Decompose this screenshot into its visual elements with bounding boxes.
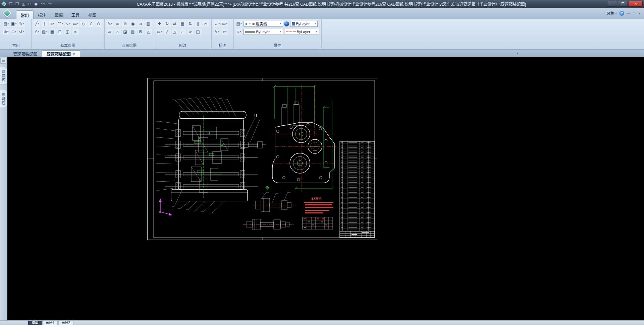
side-view[interactable] bbox=[272, 85, 336, 192]
concentric-circle-tool[interactable]: ⊚ bbox=[122, 20, 129, 27]
hatch-tool[interactable]: ▨▾ bbox=[41, 28, 48, 35]
linetype-select-combo[interactable]: ByLayer ▾ bbox=[244, 29, 283, 35]
dimension-lines[interactable] bbox=[273, 85, 333, 189]
datum-tool[interactable]: ⌖▾ bbox=[221, 28, 228, 35]
circle-tool[interactable]: ○▾ bbox=[49, 20, 56, 27]
minimize-button[interactable]: — bbox=[607, 1, 617, 7]
array-tool[interactable]: ▦ bbox=[179, 20, 186, 27]
doc-minimize-icon[interactable]: — bbox=[627, 12, 630, 15]
sheet-tab-model[interactable]: 模型 bbox=[28, 321, 42, 325]
text-tool[interactable]: A▾ bbox=[34, 28, 40, 35]
bom-table[interactable] bbox=[340, 141, 375, 231]
offset-tool[interactable]: ∥ bbox=[195, 20, 202, 27]
close-tab-icon[interactable]: ✕ bbox=[73, 52, 75, 56]
grid-tool[interactable]: ▥ bbox=[145, 20, 152, 27]
linewidth-combo[interactable]: ByLayer ▾ bbox=[284, 29, 319, 35]
extend-tool[interactable]: ╱ bbox=[164, 28, 171, 35]
linetype-combo[interactable]: ◆ ☀ ▣ 粗实线 ▾ bbox=[244, 21, 283, 27]
maximize-button[interactable]: ❐ bbox=[618, 1, 628, 7]
formula-curve-tool[interactable]: ◉ bbox=[130, 20, 137, 27]
caxa-logo[interactable] bbox=[3, 9, 12, 18]
doc-tab-2-active[interactable]: 变速箱装配图✕ bbox=[42, 50, 80, 57]
gradient-hatch-tool[interactable]: ◪ bbox=[122, 28, 129, 35]
ribbon-tab-home[interactable]: 常用 bbox=[16, 10, 34, 19]
multiline-tool[interactable]: ≋ bbox=[114, 20, 121, 27]
sheet-tab-layout1[interactable]: 布局1 bbox=[42, 321, 58, 325]
copy-tool[interactable]: ▣▾ bbox=[10, 20, 17, 27]
open-file-icon[interactable]: ❐ bbox=[14, 1, 20, 7]
hole-tool[interactable]: ⌀ bbox=[138, 20, 144, 27]
main-section-view[interactable] bbox=[165, 111, 266, 201]
new-file-icon[interactable]: ❏ bbox=[8, 1, 14, 7]
parallel-line-tool[interactable]: ∥ bbox=[41, 20, 48, 27]
shear-tool[interactable]: ▱ bbox=[187, 28, 194, 35]
technical-notes[interactable]: 技术要求 bbox=[304, 197, 333, 213]
profile-tool[interactable]: ⌂ bbox=[114, 28, 121, 35]
sketch-tool[interactable]: ✎▾ bbox=[107, 20, 113, 27]
corner-tool[interactable]: ⌐ bbox=[179, 28, 186, 35]
ribbon-tab-sheet[interactable]: 图幅 bbox=[50, 10, 67, 19]
annotation-tool[interactable]: ✎▾ bbox=[214, 28, 220, 35]
linewidth-tool[interactable]: ≡▾ bbox=[236, 28, 243, 35]
help-icon[interactable]: ? bbox=[619, 11, 624, 16]
sidebar-tab-properties[interactable]: ▦特性 bbox=[0, 90, 7, 107]
move-tool[interactable]: ✚ bbox=[156, 20, 163, 27]
coordinate-dim-tool[interactable]: ▭▾ bbox=[221, 20, 228, 27]
spline-tool[interactable]: ∿▾ bbox=[65, 20, 71, 27]
parallelogram-tool[interactable]: ▱ bbox=[107, 28, 113, 35]
save-icon[interactable]: ◫ bbox=[21, 1, 26, 7]
color-combo[interactable]: ByLayer ▾ bbox=[290, 21, 318, 27]
tab-list-dropdown-icon[interactable]: ▾ bbox=[517, 52, 518, 55]
wave-line-tool[interactable]: ≈ bbox=[72, 28, 79, 35]
doc-tab-1[interactable]: 变速箱装配图 bbox=[9, 50, 42, 57]
pan-tool[interactable]: ↺▾ bbox=[18, 28, 25, 35]
parameter-table[interactable] bbox=[303, 217, 333, 229]
ribbon-tab-view[interactable]: 视图 bbox=[84, 10, 101, 19]
explode-tool[interactable]: ◫ bbox=[195, 28, 202, 35]
shaft-detail-b[interactable] bbox=[243, 219, 295, 230]
dimension-tool[interactable]: ↔▾ bbox=[214, 20, 221, 27]
print-icon[interactable]: ⊟ bbox=[27, 1, 33, 7]
scale-tool[interactable]: ▭▾ bbox=[156, 28, 163, 35]
section-tool[interactable]: ▧ bbox=[130, 28, 137, 35]
doc-restore-icon[interactable]: ❐ bbox=[633, 12, 635, 15]
drawing-viewport[interactable]: 技术要求 bbox=[7, 57, 644, 320]
block-tool[interactable]: ⊞ bbox=[57, 28, 63, 35]
sheet-tab-layout2[interactable]: 布局2 bbox=[58, 321, 74, 325]
point-tool[interactable]: ⊙ bbox=[96, 20, 102, 27]
ribbon-tab-annotate[interactable]: 标注 bbox=[34, 10, 50, 19]
style-button[interactable]: 风格▾ bbox=[606, 10, 617, 16]
title-block[interactable] bbox=[340, 231, 375, 238]
polygon-tool[interactable]: ◇ bbox=[80, 20, 87, 27]
line-tool[interactable]: ╱▾ bbox=[34, 20, 40, 27]
drawing-canvas[interactable]: 技术要求 bbox=[7, 57, 644, 320]
layer-tool[interactable]: ▤▾ bbox=[236, 20, 243, 27]
zoom-out-tool[interactable]: ⊖▾ bbox=[10, 28, 17, 35]
insert-block-tool[interactable]: ◫ bbox=[64, 28, 71, 35]
trim-tool[interactable]: ✂ bbox=[203, 20, 209, 27]
redo-icon[interactable]: ↷▾ bbox=[47, 1, 54, 7]
arc-tool[interactable]: ⌒▾ bbox=[57, 20, 64, 27]
leader-lines[interactable] bbox=[156, 97, 235, 213]
shaft-detail-a[interactable] bbox=[252, 186, 296, 212]
sidebar-tab-library[interactable]: ▤图库 bbox=[0, 67, 7, 84]
rail-top-button[interactable]: ⊞ bbox=[0, 58, 6, 64]
ribbon-tab-tools[interactable]: 工具 bbox=[67, 10, 84, 19]
undo-icon[interactable]: ↶▾ bbox=[40, 1, 46, 7]
print-preview-icon[interactable]: ◉ bbox=[33, 1, 39, 7]
rectangle-tool[interactable]: ▭▾ bbox=[72, 20, 79, 27]
box-tool[interactable]: ⊠ bbox=[138, 28, 144, 35]
rotate-tool[interactable]: ↻ bbox=[164, 20, 171, 27]
paste-tool[interactable]: ▤▾ bbox=[3, 20, 9, 27]
stretch-tool[interactable]: ⇅ bbox=[187, 20, 194, 27]
chamfer-tool[interactable]: △ bbox=[172, 28, 178, 35]
close-button[interactable]: ✕ bbox=[629, 1, 643, 7]
caxa-app-icon[interactable] bbox=[1, 1, 7, 7]
zoom-in-tool[interactable]: ⊕▾ bbox=[3, 28, 9, 35]
doc-close-icon[interactable]: ✕ bbox=[638, 12, 641, 15]
mirror-tool[interactable]: ⇄ bbox=[172, 20, 178, 27]
angle-line-tool[interactable]: ∠ bbox=[88, 20, 95, 27]
triangle-tool[interactable]: △ bbox=[145, 28, 152, 35]
table-tool[interactable]: ▦ bbox=[49, 28, 56, 35]
format-brush-tool[interactable]: ✎▾ bbox=[18, 20, 25, 27]
